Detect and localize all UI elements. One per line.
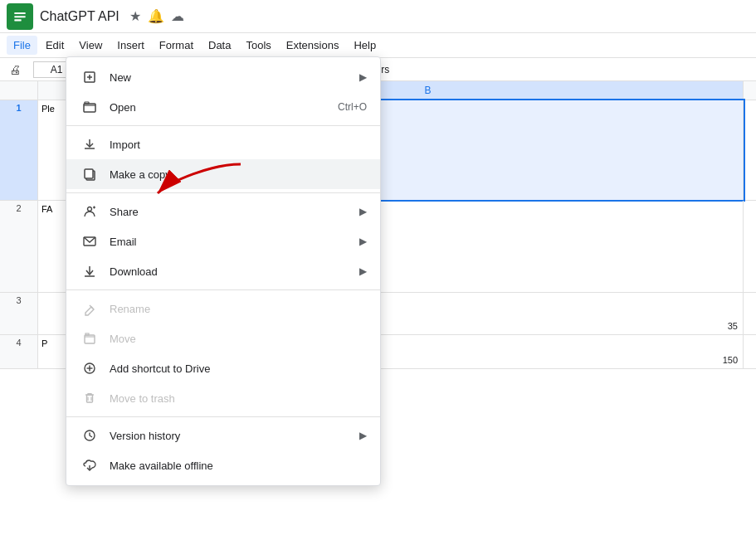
menu-item-download[interactable]: Download ▶	[66, 256, 380, 286]
menu-item-new-label: New	[110, 71, 353, 84]
row-number-4: 4	[0, 335, 38, 368]
menu-item-make-copy-label: Make a copy	[110, 168, 367, 181]
row-number-3: 3	[0, 293, 38, 334]
menu-item-import-label: Import	[110, 139, 367, 151]
row-number-2: 2	[0, 201, 38, 292]
file-dropdown-menu: New ▶ Open Ctrl+O Import Make a copy Sha…	[66, 56, 381, 486]
cloud-icon[interactable]: ☁	[171, 8, 184, 24]
divider	[66, 289, 380, 290]
app-icon	[7, 3, 33, 30]
submenu-arrow: ▶	[359, 430, 367, 441]
menu-item-share-label: Share	[110, 206, 353, 218]
menu-format[interactable]: Format	[153, 36, 200, 55]
menu-item-move-trash: Move to trash	[66, 383, 380, 413]
menu-item-make-copy[interactable]: Make a copy	[66, 159, 380, 189]
menu-data[interactable]: Data	[202, 36, 237, 55]
menu-item-new[interactable]: New ▶	[66, 62, 380, 92]
svg-rect-10	[85, 169, 93, 178]
svg-rect-2	[14, 16, 25, 17]
top-bar: ChatGPT API ★ 🔔 ☁	[0, 0, 756, 33]
share-icon	[80, 204, 100, 219]
move-icon	[80, 331, 100, 346]
doc-title: ChatGPT API	[40, 9, 119, 24]
menu-item-rename-label: Rename	[110, 303, 367, 315]
open-shortcut: Ctrl+O	[338, 101, 367, 113]
menu-edit[interactable]: Edit	[39, 36, 71, 55]
svg-rect-8	[85, 102, 89, 104]
version-history-icon	[80, 428, 100, 443]
row-number-1: 1	[0, 100, 38, 200]
menu-item-email-label: Email	[110, 236, 353, 248]
menu-file[interactable]: File	[7, 36, 37, 55]
menu-item-add-shortcut-label: Add shortcut to Drive	[110, 362, 367, 375]
rename-icon	[80, 301, 100, 316]
svg-rect-1	[14, 12, 25, 14]
cell-badge-150: 150	[723, 355, 738, 365]
menu-view[interactable]: View	[72, 36, 109, 55]
menu-item-trash-label: Move to trash	[110, 392, 367, 405]
submenu-arrow: ▶	[359, 71, 367, 83]
row-num-header	[0, 81, 38, 100]
print-icon[interactable]: 🖨	[3, 58, 27, 81]
menu-item-open-label: Open	[110, 101, 331, 114]
star-icon[interactable]: ★	[129, 8, 141, 24]
menu-item-email[interactable]: Email ▶	[66, 226, 380, 256]
menu-item-offline-label: Make available offline	[110, 460, 367, 472]
menu-item-version-history[interactable]: Version history ▶	[66, 421, 380, 450]
add-shortcut-icon	[80, 361, 100, 376]
divider	[66, 192, 380, 193]
divider	[66, 125, 380, 126]
svg-rect-3	[14, 19, 21, 21]
new-icon	[80, 70, 100, 85]
email-icon	[80, 234, 100, 249]
menu-item-open[interactable]: Open Ctrl+O	[66, 92, 380, 122]
menu-item-add-shortcut[interactable]: Add shortcut to Drive	[66, 353, 380, 383]
bell-icon[interactable]: 🔔	[148, 8, 164, 24]
menu-item-move: Move	[66, 323, 380, 353]
menu-tools[interactable]: Tools	[239, 36, 277, 55]
menu-item-download-label: Download	[110, 265, 353, 278]
download-icon	[80, 264, 100, 279]
submenu-arrow: ▶	[359, 236, 367, 247]
copy-icon	[80, 167, 100, 182]
menu-item-share[interactable]: Share ▶	[66, 197, 380, 226]
menu-item-move-label: Move	[110, 333, 367, 345]
menu-item-import[interactable]: Import	[66, 129, 380, 159]
trash-icon	[80, 391, 100, 406]
submenu-arrow: ▶	[359, 206, 367, 217]
menu-insert[interactable]: Insert	[110, 36, 151, 55]
menu-item-rename: Rename	[66, 294, 380, 323]
open-icon	[80, 100, 100, 114]
submenu-arrow: ▶	[359, 265, 367, 277]
offline-icon	[80, 458, 100, 473]
svg-point-11	[88, 207, 92, 212]
menu-extensions[interactable]: Extensions	[280, 36, 346, 55]
menu-item-available-offline[interactable]: Make available offline	[66, 450, 380, 480]
menu-bar: File Edit View Insert Format Data Tools …	[0, 33, 756, 58]
import-icon	[80, 137, 100, 152]
cell-badge-35: 35	[728, 321, 738, 331]
divider	[66, 416, 380, 417]
menu-help[interactable]: Help	[347, 36, 383, 55]
menu-item-version-history-label: Version history	[110, 430, 353, 442]
svg-rect-18	[85, 333, 89, 335]
